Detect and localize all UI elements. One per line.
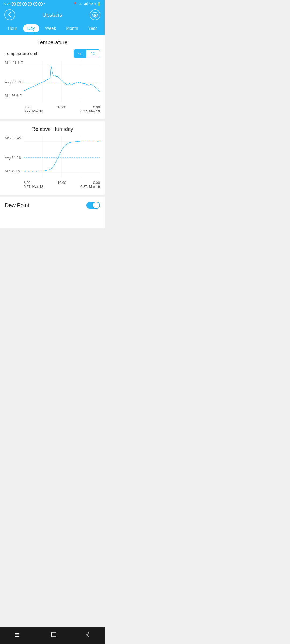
section-divider-2	[0, 195, 105, 197]
unit-row: Temperature unit °F ℃	[5, 49, 100, 58]
temperature-chart-wrapper: Max 81.1°F Avg 77.8°F Min 76.6°F	[5, 61, 100, 104]
wifi-icon	[78, 2, 83, 6]
bottom-spacer	[0, 212, 105, 228]
svg-rect-2	[86, 3, 87, 5]
toggle-knob	[93, 202, 99, 208]
temp-time-2: 16:00	[57, 105, 66, 109]
svg-point-4	[94, 14, 96, 16]
svg-rect-3	[87, 2, 88, 5]
dew-point-section: Dew Point	[0, 197, 105, 212]
temp-max-label: Max 81.1°F	[5, 61, 23, 65]
temperature-section: Temperature Temperature unit °F ℃ Max 81…	[0, 35, 105, 117]
temp-avg-label: Avg 77.8°F	[5, 80, 22, 84]
status-left: 6:28 f f f f f f •	[4, 2, 45, 6]
header: Upstairs	[0, 7, 105, 23]
fb-icon-4: f	[28, 2, 32, 6]
humidity-avg-label: Avg 51.2%	[5, 156, 22, 160]
temp-date-end: 6:27, Mar 19	[80, 109, 100, 113]
dot-indicator: •	[44, 2, 45, 6]
humidity-date-labels: 6:27, Mar 18 6:27, Mar 19	[24, 185, 100, 189]
unit-toggle: °F ℃	[74, 49, 100, 58]
signal-icon	[84, 2, 88, 6]
status-bar: 6:28 f f f f f f • 📍 93% 🔋	[0, 0, 105, 7]
tab-hour[interactable]: Hour	[3, 24, 21, 32]
temperature-title: Temperature	[5, 39, 100, 46]
humidity-date-start: 6:27, Mar 18	[24, 185, 43, 189]
humidity-section: Relative Humidity Max 60.4% Avg 51.2% Mi…	[0, 121, 105, 192]
battery-icon: 🔋	[97, 2, 101, 6]
temp-date-start: 6:27, Mar 18	[24, 109, 43, 113]
unit-celsius-button[interactable]: ℃	[86, 50, 100, 58]
tab-bar: Hour Day Week Month Year	[0, 23, 105, 36]
humidity-time-1: 8:00	[24, 181, 30, 185]
svg-rect-0	[84, 4, 85, 5]
tab-day[interactable]: Day	[23, 24, 39, 32]
unit-label: Temperature unit	[5, 51, 37, 56]
temp-time-1: 8:00	[24, 105, 30, 109]
dew-point-toggle[interactable]	[86, 202, 100, 209]
fb-icon-5: f	[33, 2, 37, 6]
fb-icon-2: f	[17, 2, 21, 6]
humidity-title: Relative Humidity	[5, 126, 100, 132]
humidity-date-end: 6:27, Mar 19	[80, 185, 100, 189]
humidity-chart	[24, 136, 100, 179]
temperature-chart	[24, 61, 100, 104]
status-time: 6:28	[4, 2, 10, 6]
status-right: 📍 93% 🔋	[73, 2, 101, 6]
humidity-time-3: 0:00	[93, 181, 100, 185]
back-button[interactable]	[4, 9, 15, 20]
tab-week[interactable]: Week	[41, 24, 60, 32]
page-title: Upstairs	[42, 12, 62, 18]
humidity-min-label: Min 42.5%	[5, 169, 21, 173]
tab-year[interactable]: Year	[84, 24, 101, 32]
location-icon: 📍	[73, 2, 77, 6]
dew-point-title: Dew Point	[5, 202, 29, 208]
content-area: Temperature Temperature unit °F ℃ Max 81…	[0, 35, 105, 228]
temp-time-3: 0:00	[93, 105, 100, 109]
fb-icon-6: f	[38, 2, 43, 6]
section-divider-1	[0, 119, 105, 121]
settings-button[interactable]	[90, 9, 100, 20]
temp-min-label: Min 76.6°F	[5, 94, 22, 98]
tab-month[interactable]: Month	[62, 24, 82, 32]
fb-icon-3: f	[22, 2, 27, 6]
humidity-time-labels: 8:00 16:00 0:00	[24, 181, 100, 185]
unit-fahrenheit-button[interactable]: °F	[74, 50, 86, 58]
fb-icon-1: f	[12, 2, 16, 6]
svg-rect-1	[85, 3, 86, 5]
temp-date-labels: 6:27, Mar 18 6:27, Mar 19	[24, 109, 100, 113]
humidity-time-2: 16:00	[57, 181, 66, 185]
humidity-chart-wrapper: Max 60.4% Avg 51.2% Min 42.5%	[5, 136, 100, 179]
battery-percent: 93%	[89, 2, 96, 6]
humidity-max-label: Max 60.4%	[5, 136, 22, 140]
temp-time-labels: 8:00 16:00 0:00	[24, 105, 100, 109]
